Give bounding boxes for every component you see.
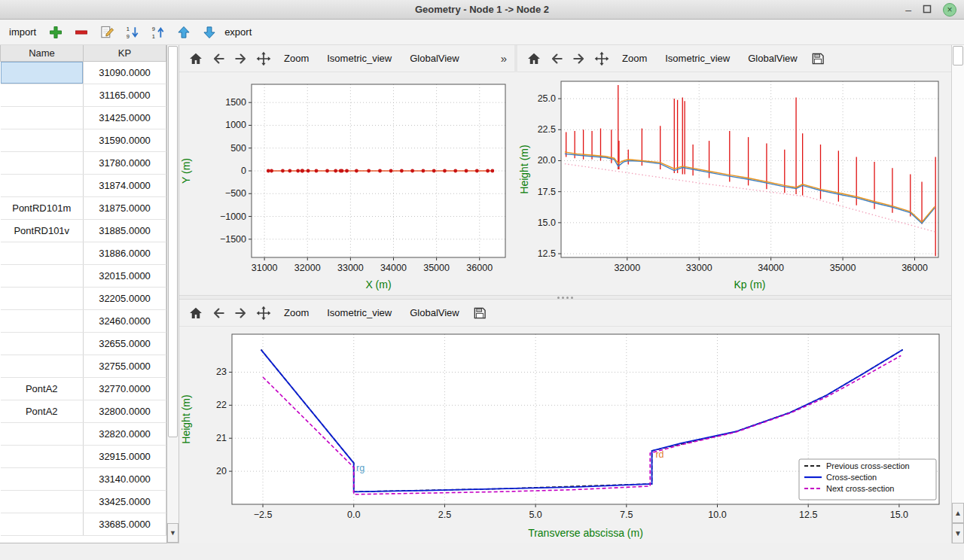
home-button[interactable]	[185, 48, 206, 69]
column-header-kp[interactable]: KP	[84, 45, 166, 61]
cell-kp[interactable]: 31425.0000	[84, 106, 166, 129]
table-row[interactable]: PontA232800.0000	[1, 400, 166, 422]
global-view-button[interactable]: GlobalView	[740, 50, 806, 67]
cell-kp[interactable]: 32755.0000	[84, 355, 166, 377]
cell-kp[interactable]: 31780.0000	[84, 151, 166, 174]
cell-name[interactable]	[1, 106, 84, 129]
forward-button[interactable]	[230, 303, 252, 324]
cell-name[interactable]	[1, 332, 84, 355]
zoom-button[interactable]: Zoom	[614, 50, 655, 67]
table-row[interactable]: 32015.0000	[1, 264, 166, 287]
cell-name[interactable]	[1, 513, 84, 535]
cell-kp[interactable]: 32460.0000	[84, 309, 166, 332]
column-header-name[interactable]: Name	[1, 45, 84, 61]
isometric-view-button[interactable]: Isometric_view	[319, 50, 400, 67]
cell-name[interactable]	[1, 490, 84, 513]
global-view-button[interactable]: GlobalView	[401, 304, 468, 321]
scrollbar-thumb[interactable]	[953, 46, 963, 65]
back-button[interactable]	[546, 48, 567, 69]
global-view-button[interactable]: GlobalView	[401, 50, 468, 67]
table-scrollbar-track[interactable]	[167, 438, 178, 523]
table-row[interactable]: 33140.0000	[1, 467, 166, 490]
scroll-up-button[interactable]: ▲	[952, 503, 964, 523]
edit-button[interactable]	[96, 22, 117, 43]
table-row[interactable]: 31425.0000	[1, 106, 166, 129]
table-scrollbar[interactable]: ▼	[167, 45, 179, 543]
toolbar-overflow-button[interactable]: »	[501, 52, 508, 65]
table-row[interactable]: 31874.0000	[1, 174, 166, 196]
table-scrollbar-thumb[interactable]	[168, 46, 178, 437]
pan-button[interactable]	[253, 48, 274, 69]
profile-chart[interactable]: 320003300034000350003600012.515.017.520.…	[517, 72, 947, 295]
back-button[interactable]	[208, 303, 229, 324]
cell-name[interactable]	[1, 151, 84, 174]
cell-name[interactable]	[1, 287, 84, 309]
cell-name[interactable]	[1, 242, 84, 264]
move-down-button[interactable]	[199, 22, 220, 43]
cell-kp[interactable]: 31875.0000	[84, 196, 166, 219]
remove-row-button[interactable]	[71, 22, 92, 43]
save-button[interactable]	[469, 303, 490, 324]
import-label[interactable]: import	[9, 26, 36, 38]
close-button[interactable]: ×	[943, 3, 956, 17]
maximize-button[interactable]	[920, 2, 934, 17]
cell-name[interactable]	[1, 84, 84, 106]
back-button[interactable]	[208, 48, 229, 69]
forward-button[interactable]	[230, 48, 252, 69]
table-row[interactable]: 31590.0000	[1, 129, 166, 151]
zoom-button[interactable]: Zoom	[276, 304, 317, 321]
cell-kp[interactable]: 33140.0000	[84, 467, 166, 490]
table-row[interactable]: 32460.0000	[1, 309, 166, 332]
cell-name[interactable]	[1, 445, 84, 467]
cell-name[interactable]	[1, 264, 84, 287]
cell-name[interactable]	[1, 174, 84, 196]
scroll-down-button[interactable]: ▼	[952, 523, 964, 543]
cell-name[interactable]	[1, 129, 84, 151]
isometric-view-button[interactable]: Isometric_view	[657, 50, 738, 67]
move-up-button[interactable]	[173, 22, 194, 43]
add-row-button[interactable]	[45, 22, 66, 43]
table-row[interactable]: 31780.0000	[1, 151, 166, 174]
sort-descending-button[interactable]	[122, 22, 143, 43]
cross-section-chart[interactable]: −2.50.02.55.07.510.012.515.020212223rgrd…	[179, 327, 951, 543]
cell-kp[interactable]: 32915.0000	[84, 445, 166, 467]
cell-name[interactable]: PontRD101m	[1, 196, 84, 219]
cell-kp[interactable]: 33425.0000	[84, 490, 166, 513]
cell-name[interactable]	[1, 309, 84, 332]
plan-chart[interactable]: 310003200033000340003500036000−1500−1000…	[179, 72, 517, 295]
cell-kp[interactable]: 32800.0000	[84, 400, 166, 422]
cell-kp[interactable]: 32205.0000	[84, 287, 166, 309]
pan-button[interactable]	[591, 48, 612, 69]
cell-kp[interactable]: 31886.0000	[84, 242, 166, 264]
table-row[interactable]: 32755.0000	[1, 355, 166, 377]
cell-name[interactable]	[1, 467, 84, 490]
export-label[interactable]: export	[224, 26, 252, 38]
minimize-button[interactable]: –	[905, 5, 911, 15]
table-row[interactable]: 33685.0000	[1, 513, 166, 535]
forward-button[interactable]	[569, 48, 590, 69]
table-row[interactable]: 33425.0000	[1, 490, 166, 513]
main-vertical-scrollbar[interactable]: ▲ ▼	[951, 45, 964, 543]
cell-kp[interactable]: 31165.0000	[84, 84, 166, 106]
sort-ascending-button[interactable]	[148, 22, 169, 43]
cell-name[interactable]: PontA2	[1, 377, 84, 400]
table-row[interactable]: PontRD101m31875.0000	[1, 196, 166, 219]
table-row[interactable]: 32655.0000	[1, 332, 166, 355]
table-row[interactable]: PontA232770.0000	[1, 377, 166, 400]
table-scroll-down-button[interactable]: ▼	[167, 523, 178, 543]
save-button[interactable]	[807, 48, 828, 69]
zoom-button[interactable]: Zoom	[276, 50, 317, 67]
table-row[interactable]: 32820.0000	[1, 422, 166, 445]
home-button[interactable]	[185, 303, 206, 324]
table-row[interactable]: PontRD101v31885.0000	[1, 219, 166, 242]
cell-kp[interactable]: 32015.0000	[84, 264, 166, 287]
table-row[interactable]: 31165.0000	[1, 84, 166, 106]
cell-kp[interactable]: 33685.0000	[84, 513, 166, 535]
cell-kp[interactable]: 31590.0000	[84, 129, 166, 151]
cell-kp[interactable]: 31874.0000	[84, 174, 166, 196]
table-row[interactable]: 31090.0000	[1, 61, 166, 84]
cell-kp[interactable]: 31090.0000	[84, 61, 166, 84]
home-button[interactable]	[523, 48, 545, 69]
cell-name[interactable]: PontA2	[1, 400, 84, 422]
pan-button[interactable]	[253, 303, 274, 324]
